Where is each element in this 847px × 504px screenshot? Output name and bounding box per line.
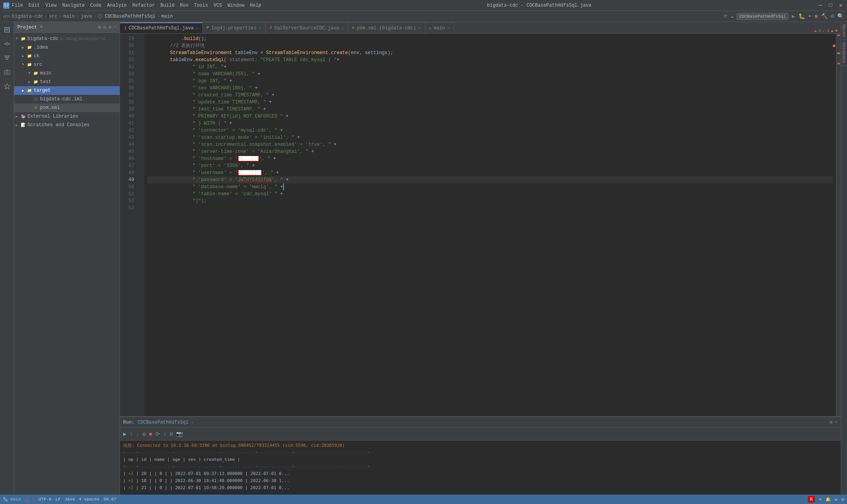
run-play-button[interactable]: ▶ xyxy=(123,431,126,437)
tab-cdc-label: CDCBasePathHdfsSql.java xyxy=(129,25,194,31)
menu-window[interactable]: Window xyxy=(227,3,244,8)
breadcrumb-src[interactable]: src xyxy=(49,14,58,19)
menu-help[interactable]: Help xyxy=(250,3,261,8)
menu-file[interactable]: File xyxy=(12,3,23,8)
refresh-icon[interactable]: ⟳ xyxy=(723,13,727,19)
run-settings2-button[interactable]: ⚙ xyxy=(142,431,145,437)
menu-analyze[interactable]: Analyze xyxy=(107,3,127,8)
maximize-button[interactable]: □ xyxy=(827,2,834,9)
menu-tools[interactable]: Tools xyxy=(194,3,208,8)
tree-pom[interactable]: ▶ m pom.xml xyxy=(14,103,120,112)
menu-view[interactable]: View xyxy=(45,3,57,8)
tab-pom-close[interactable]: ✕ xyxy=(418,26,421,31)
close-panel-icon[interactable]: — xyxy=(114,24,116,30)
run-stop-button[interactable]: ■ xyxy=(149,431,152,437)
tree-target[interactable]: ▶ 📁 target xyxy=(14,86,120,95)
forward-icon[interactable]: ▷ xyxy=(7,13,10,19)
tab-main-close[interactable]: ✕ xyxy=(447,26,450,31)
status-encoding[interactable]: UTF-8 xyxy=(38,497,51,502)
stop-icon[interactable]: ■ xyxy=(814,13,818,20)
tab-cdc-close[interactable]: ✕ xyxy=(196,26,198,31)
breadcrumb-main[interactable]: main xyxy=(64,14,75,19)
src-folder-icon: 📁 xyxy=(27,62,32,67)
tree-src[interactable]: ▼ 📁 src xyxy=(14,60,120,69)
menu-vcs[interactable]: VCS xyxy=(214,3,222,8)
run-filter-button[interactable]: ⊟ xyxy=(170,431,173,437)
tab-cdc-java[interactable]: J CDCBasePathHdfsSql.java ✕ xyxy=(120,22,203,33)
tree-main[interactable]: ▼ 📁 main xyxy=(14,69,120,78)
ime-icon[interactable]: 英 xyxy=(808,496,815,502)
build-icon[interactable]: 🔨 xyxy=(821,13,828,20)
tree-iml[interactable]: ▶ ⬡ bigdata-cdc.iml xyxy=(14,95,120,103)
run-up-button[interactable]: ↑ xyxy=(129,431,133,437)
tab-log4j-close[interactable]: ✕ xyxy=(259,26,261,31)
status-linefeed[interactable]: LF xyxy=(55,497,60,502)
nav-up-icon[interactable]: ▲ xyxy=(831,29,834,33)
tab-sqlserver-close[interactable]: ✕ xyxy=(342,26,344,31)
code-line-45: " 'server-time-zone' = 'Asia/Shanghai', … xyxy=(147,148,833,155)
search-icon[interactable]: 🔍 xyxy=(837,13,844,20)
breadcrumb-java[interactable]: java xyxy=(81,14,92,19)
run-tab-label[interactable]: CDCBasePathHdfsSql xyxy=(138,420,189,425)
structure-sidebar-icon[interactable] xyxy=(2,53,12,63)
code-editor[interactable]: .build(); //2 表执行环境 StreamTableEnvironme… xyxy=(144,34,836,416)
tree-scratches[interactable]: ▶ 📝 Scratches and Consoles xyxy=(14,121,120,129)
run-camera-button[interactable]: 📷 xyxy=(176,431,183,437)
settings-icon[interactable]: ⚙ xyxy=(831,13,834,20)
keyboard-icon[interactable]: ⌨ xyxy=(819,497,822,502)
tree-root-path: D:\Ming\Developer\d... xyxy=(60,37,112,41)
run-data-row-3: | +I | 21 | | 0 | | 2022-07-01 10:58:20.… xyxy=(123,484,838,491)
menu-navigate[interactable]: Navigate xyxy=(62,3,85,8)
tab-pom[interactable]: m pom.xml (bigdata-cdc) ✕ xyxy=(348,22,425,33)
commit-sidebar-icon[interactable] xyxy=(2,39,12,49)
collapse-all-icon[interactable]: ⊞ xyxy=(98,24,101,30)
locate-icon[interactable]: ◎ xyxy=(103,24,106,30)
notification-icon[interactable]: 🔔 xyxy=(825,497,831,502)
back-icon[interactable]: ◁ xyxy=(3,13,6,19)
camera-sidebar-icon[interactable] xyxy=(2,67,12,77)
tree-root[interactable]: ▼ 📁 bigdata-cdc D:\Ming\Developer\d... xyxy=(14,34,120,43)
run-scroll-button[interactable]: ↕ xyxy=(163,431,166,437)
run-tab-close[interactable]: ✕ xyxy=(191,420,194,425)
run-rerun-button[interactable]: ⟳ xyxy=(155,431,160,437)
method-dropdown[interactable]: CDCBasePathHdfsSql xyxy=(736,13,789,20)
settings-gear-icon[interactable]: ⚙ xyxy=(109,24,111,30)
coverage-icon[interactable]: ☂ xyxy=(808,13,811,20)
breadcrumb-method[interactable]: main xyxy=(162,14,173,19)
menu-run[interactable]: Run xyxy=(180,3,189,8)
menu-edit[interactable]: Edit xyxy=(29,3,40,8)
run-minimize-icon[interactable]: — xyxy=(835,419,838,425)
menu-refactor[interactable]: Refactor xyxy=(132,3,155,8)
tree-idea[interactable]: ▶ 📁 .idea xyxy=(14,43,120,52)
menu-build[interactable]: Build xyxy=(160,3,174,8)
minimize-button[interactable]: — xyxy=(817,2,823,9)
tree-arrow-ext: ▶ xyxy=(16,114,20,119)
database-panel-label[interactable]: Database xyxy=(841,40,847,66)
tab-sqlserver[interactable]: J SqlServerSourceCDC.java ✕ xyxy=(265,22,348,33)
breadcrumb-class[interactable]: ⬡ CDCBasePathHdfsSql xyxy=(98,13,156,19)
menu-bar[interactable]: File Edit View Navigate Code Analyze Ref… xyxy=(12,3,261,8)
project-sidebar-icon[interactable] xyxy=(2,25,12,34)
tree-test[interactable]: ▶ 📁 test xyxy=(14,78,120,86)
menu-code[interactable]: Code xyxy=(90,3,102,8)
tree-ext-libs[interactable]: ▶ 📚 External Libraries xyxy=(14,112,120,121)
sync-icon[interactable]: ☁ xyxy=(731,13,733,19)
tab-log4j[interactable]: P log4j.properties ✕ xyxy=(203,22,265,33)
tree-ck[interactable]: ▶ 📁 ck xyxy=(14,52,120,60)
maven-panel-label[interactable]: Maven xyxy=(841,22,847,40)
linenum-33: 33 xyxy=(120,63,134,71)
tab-main[interactable]: ▷ main ✕ xyxy=(425,22,454,33)
favorites-sidebar-icon[interactable] xyxy=(2,82,12,91)
status-lang[interactable]: Java xyxy=(64,497,75,502)
breadcrumb-project[interactable]: bigdata-cdc xyxy=(12,14,43,19)
debug-icon[interactable]: 🐛 xyxy=(798,13,805,20)
nav-down-icon[interactable]: ▼ xyxy=(835,29,838,33)
mail-icon[interactable]: ✉ xyxy=(835,497,838,502)
status-indent[interactable]: 4 spaces xyxy=(79,497,100,502)
run-settings-icon[interactable]: ⚙ xyxy=(830,419,832,425)
run-down-button[interactable]: ↓ xyxy=(136,431,139,437)
settings-status-icon[interactable]: ⚙ xyxy=(841,497,844,502)
close-button[interactable]: ✕ xyxy=(838,2,844,9)
run-icon[interactable]: ▶ xyxy=(792,13,795,20)
project-dropdown-icon[interactable]: ▼ xyxy=(40,25,42,29)
